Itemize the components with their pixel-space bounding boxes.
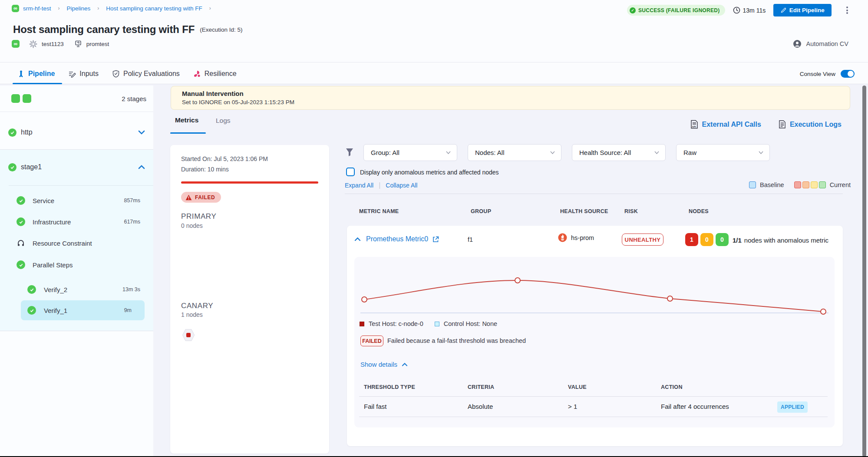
- stage1-section: stage1 Service 857ms Infrastructure 617m…: [0, 150, 153, 331]
- gear-icon: [29, 40, 37, 48]
- step-row-verify-1[interactable]: Verify_1 9m: [27, 306, 140, 315]
- step-row-verify-2[interactable]: Verify_2 13m 3s: [27, 285, 140, 294]
- execution-logs-link[interactable]: Execution Logs: [779, 120, 842, 129]
- unhealthy-node-marker: [186, 333, 191, 337]
- title-row: Host sampling canary testing with FF (Ex…: [13, 23, 243, 36]
- stage-count: 2 stages: [122, 95, 146, 102]
- chevron-down-icon: [446, 151, 451, 154]
- status-text: SUCCESS (FAILURE IGNORED): [638, 7, 720, 13]
- metric-failed-badge: FAILED: [360, 335, 383, 346]
- service-logo-icon: ∞: [12, 40, 20, 48]
- dt-threshold-type: Fail fast: [364, 403, 387, 410]
- mode-filter-value: Raw: [683, 149, 696, 156]
- external-api-calls-link[interactable]: API External API Calls: [690, 120, 761, 129]
- metric-name-link[interactable]: Prometheus Metric0: [366, 235, 428, 243]
- current-legend-label: Current: [830, 181, 851, 188]
- tab-metrics[interactable]: Metrics: [175, 116, 198, 124]
- anomalous-only-checkbox[interactable]: [346, 168, 355, 176]
- health-source-filter-dropdown[interactable]: Health Source: All: [572, 144, 666, 161]
- tab-resilience[interactable]: Resilience: [193, 70, 237, 78]
- baseline-legend-label: Baseline: [760, 181, 784, 188]
- svg-text:API: API: [692, 125, 696, 128]
- user-name: Automation CV: [806, 40, 848, 47]
- step-row-service[interactable]: Service 857ms: [17, 196, 140, 205]
- stage-row-stage1[interactable]: stage1: [8, 163, 145, 171]
- stage-status-squares: [11, 94, 31, 103]
- step-label: Infrastructure: [33, 218, 71, 226]
- edit-pipeline-button[interactable]: Edit Pipeline: [773, 4, 832, 16]
- breadcrumb-separator: ›: [58, 5, 60, 11]
- pencil-icon: [781, 7, 786, 13]
- expand-all-link[interactable]: Expand All: [345, 182, 373, 189]
- pipeline-icon: [17, 70, 25, 78]
- tab-inputs[interactable]: Inputs: [68, 70, 99, 78]
- dt-action: Fail after 4 occurrences: [661, 403, 729, 410]
- failure-message: Failed because a fail-fast threshold was…: [387, 337, 526, 344]
- breadcrumb-project[interactable]: srm-hf-test: [23, 5, 51, 12]
- group-filter-dropdown[interactable]: Group: All: [363, 144, 457, 161]
- step-row-infrastructure[interactable]: Infrastructure 617ms: [17, 217, 140, 226]
- success-check-icon: ✓: [630, 7, 636, 13]
- step-row-parallel-steps[interactable]: Parallel Steps: [17, 260, 140, 269]
- step-label: Verify_1: [44, 307, 67, 314]
- tab-policy-evaluations[interactable]: Policy Evaluations: [112, 70, 180, 78]
- nodes-filter-dropdown[interactable]: Nodes: All: [468, 144, 561, 161]
- canary-node-count: 1 nodes: [181, 311, 203, 318]
- step-label: Verify_2: [44, 286, 67, 293]
- breadcrumb-pipeline-name[interactable]: Host sampling canary testing with FF: [106, 5, 202, 12]
- console-view-toggle[interactable]: [841, 70, 855, 78]
- metric-detail-panel: Test Host: c-node-0 Control Host: None F…: [354, 257, 835, 427]
- healthy-node-count: 0: [716, 233, 729, 246]
- success-check-icon: [8, 128, 17, 137]
- current-green-swatch: [819, 181, 826, 188]
- mode-filter-dropdown[interactable]: Raw: [676, 144, 770, 161]
- warning-triangle-icon: [185, 194, 192, 201]
- vertical-scrollbar[interactable]: [862, 85, 866, 457]
- chevron-up-icon[interactable]: [138, 165, 145, 169]
- health-source-name[interactable]: promtest: [86, 41, 109, 47]
- external-link-icon[interactable]: [432, 236, 439, 243]
- header: ∞ srm-hf-test › Pipelines › Host samplin…: [0, 0, 868, 62]
- success-check-icon: [17, 217, 25, 226]
- success-check-icon: [8, 163, 17, 171]
- primary-node-count: 0 nodes: [181, 222, 203, 229]
- current-red-swatch: [794, 181, 801, 188]
- anomalous-node-count: 1: [685, 233, 698, 246]
- chevron-down-icon[interactable]: [138, 130, 145, 135]
- active-tab-underline: [13, 83, 62, 84]
- metric-group-value: f1: [468, 236, 473, 243]
- health-source-value: hs-prom: [571, 234, 594, 241]
- primary-label: PRIMARY: [181, 212, 216, 221]
- control-host-swatch: [435, 322, 439, 326]
- failed-chip-label: FAILED: [195, 194, 215, 201]
- health-source-icon: [74, 40, 82, 48]
- dt-criteria: Absolute: [468, 403, 493, 410]
- stage-row-http[interactable]: http: [8, 128, 145, 137]
- dt-header-value: VALUE: [568, 384, 587, 390]
- filter-icon[interactable]: [346, 148, 353, 157]
- collapse-all-link[interactable]: Collapse All: [386, 182, 417, 189]
- baseline-legend-swatch: [749, 181, 756, 188]
- metric-line-chart[interactable]: [354, 257, 835, 320]
- step-row-resource-constraint[interactable]: Resource Constraint: [17, 239, 140, 247]
- inputs-icon: [68, 70, 76, 78]
- tab-logs[interactable]: Logs: [216, 117, 231, 125]
- page-title: Host sampling canary testing with FF: [13, 23, 195, 36]
- verification-duration: Duration: 10 mins: [181, 166, 229, 173]
- step-duration: 857ms: [124, 197, 140, 204]
- canary-node-hexagon[interactable]: [182, 329, 195, 342]
- more-options-icon[interactable]: [846, 6, 848, 15]
- dt-header-action: ACTION: [661, 384, 683, 390]
- breadcrumb-pipelines[interactable]: Pipelines: [67, 5, 91, 12]
- service-name[interactable]: test1123: [42, 41, 64, 47]
- banner-subtitle: Set to IGNORE on 05-Jul-2023 1:15:23 PM: [182, 99, 850, 105]
- manual-intervention-banner: Manual Intervention Set to IGNORE on 05-…: [171, 86, 850, 110]
- collapse-row-chevron-icon[interactable]: [354, 237, 361, 241]
- progress-bar: [181, 181, 318, 184]
- tab-pipeline[interactable]: Pipeline: [17, 70, 55, 78]
- chevron-down-icon: [654, 151, 659, 154]
- step-duration: 617ms: [124, 219, 140, 225]
- step-label: Resource Constraint: [33, 240, 92, 247]
- show-details-link[interactable]: Show details: [360, 361, 408, 368]
- col-header-metric-name: METRIC NAME: [359, 208, 399, 214]
